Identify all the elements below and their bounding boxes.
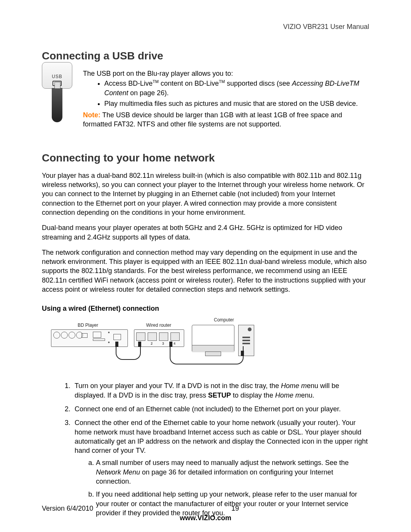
usb-intro: The USB port on the Blu-ray player allow… — [83, 69, 369, 78]
diagram-computer-label: Computer — [214, 317, 234, 323]
diagram-bd-eth — [113, 334, 121, 340]
bold: SETUP — [208, 391, 231, 399]
text: enu. — [301, 391, 314, 399]
italic: Home m — [281, 382, 307, 390]
diagram-bd-label: BD Player — [78, 323, 98, 328]
step-3a: A small number of users may need to manu… — [96, 458, 369, 486]
tm-sup: TM — [219, 79, 225, 84]
wired-steps: Turn on your player and your TV. If a DV… — [42, 381, 369, 518]
note-label: Note: — [83, 111, 100, 119]
diagram-router-label: Wired router — [146, 323, 171, 328]
diagram-plug — [241, 351, 244, 356]
text: Connect the other end of the Ethernet ca… — [75, 419, 368, 454]
diagram-bd-strip — [93, 339, 105, 341]
wired-heading: Using a wired (Ethernet) connection — [42, 305, 369, 313]
diagram-plug — [138, 342, 141, 347]
note-text: The USB device should be larger than 1GB… — [83, 111, 342, 128]
text: Access BD-Live — [104, 80, 153, 87]
usb-bullet-1: Access BD-LiveTM content on BD-LiveTM su… — [104, 79, 369, 97]
text: on page 26). — [128, 89, 169, 97]
diagram-plug — [169, 342, 172, 347]
footer-page-number: 19 — [231, 505, 262, 513]
wired-diagram: BD Player Wired router Computer — [51, 317, 264, 371]
usb-illustration: USB — [42, 62, 72, 122]
diagram-bd-ports — [53, 332, 83, 339]
network-section: Connecting to your home network Your pla… — [42, 152, 369, 518]
footer-version: Version 6/4/2010 — [42, 505, 149, 513]
router-port — [170, 332, 180, 341]
usb-note: Note: The USB device should be larger th… — [83, 110, 369, 129]
tm-sup: TM — [153, 79, 159, 84]
diagram-plug — [115, 342, 118, 347]
text: Turn on your player and your TV. If a DV… — [75, 382, 281, 390]
router-port — [159, 332, 168, 341]
network-p1: Your player has a dual-band 802.11n wire… — [42, 171, 369, 217]
header-title: VIZIO VBR231 User Manual — [42, 23, 369, 31]
network-p3: The network configuration and connection… — [42, 248, 369, 294]
usb-text: The USB port on the Blu-ray player allow… — [83, 69, 369, 129]
router-port — [148, 332, 157, 341]
usb-bullet-2: Play multimedia files such as pictures a… — [104, 99, 369, 108]
text: to display the — [231, 391, 275, 399]
network-heading: Connecting to your home network — [42, 152, 369, 164]
footer: Version 6/4/2010 19 www.VIZIO.com — [42, 505, 369, 522]
footer-url: www.VIZIO.com — [42, 514, 369, 522]
usb-bullet-list: Access BD-LiveTM content on BD-LiveTM su… — [83, 79, 369, 108]
step-1: Turn on your player and your TV. If a DV… — [72, 381, 369, 400]
page: VIZIO VBR231 User Manual Connecting a US… — [0, 0, 411, 532]
step-3: Connect the other end of the Ethernet ca… — [72, 418, 369, 518]
router-port — [136, 332, 145, 341]
usb-stick-icon — [52, 88, 62, 122]
italic: Home m — [275, 391, 301, 399]
diagram-bd-panel — [93, 332, 101, 338]
italic: Network Menu — [96, 468, 140, 476]
diagram-bd-hdmi — [81, 333, 88, 338]
text: content on BD-Live — [159, 80, 219, 87]
usb-heading: Connecting a USB drive — [42, 50, 369, 62]
diagram-cable-2 — [170, 346, 244, 364]
text: supported discs (see — [225, 80, 292, 87]
diagram-cable-1 — [116, 346, 141, 360]
usb-panel-label: USB — [52, 74, 62, 79]
usb-section: USB The USB port on the Blu-ray player a… — [42, 69, 369, 129]
footer-row: Version 6/4/2010 19 — [42, 505, 369, 513]
step-2: Connect one end of an Ethernet cable (no… — [72, 404, 369, 414]
text: A small number of users may need to manu… — [96, 459, 349, 466]
diagram-router-ports — [136, 332, 180, 341]
network-p2: Dual-band means your player operates at … — [42, 223, 369, 242]
